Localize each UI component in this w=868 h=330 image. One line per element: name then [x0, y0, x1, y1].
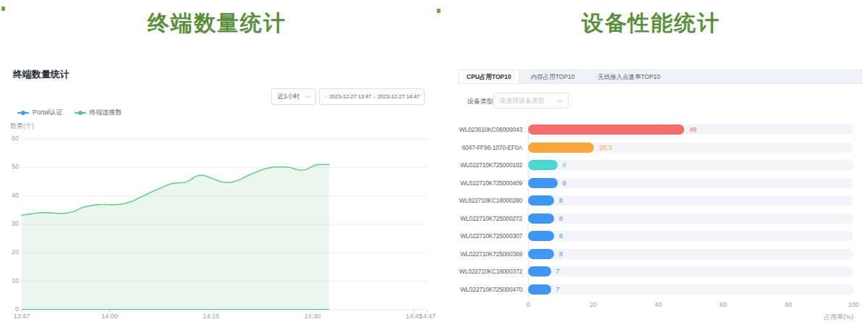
bar-row: WL022710K7250003698 [434, 249, 868, 259]
device-id-label: WL022710K725000272 [434, 213, 522, 224]
bar-fill [528, 213, 554, 224]
device-id-label: 6047-FF96-1070-EF0A [434, 143, 522, 153]
tab-item-1[interactable]: 内存占用TOP10 [519, 70, 587, 83]
legend-item[interactable]: Portal认证 [17, 108, 63, 117]
terminal-section-heading: 终端数量统计 [0, 9, 434, 38]
time-range-value: 近1小时 [277, 92, 300, 101]
x-tick-label: 14:15 [195, 313, 227, 320]
decorative-green-mark [437, 9, 441, 13]
bar-row: WL022710K7250001029 [434, 160, 868, 170]
device-id-label: WL023610KC06000043 [434, 124, 522, 135]
terminal-count-line-chart: 010203040506013:4714:0014:1514:3014:4514… [0, 123, 434, 329]
bar-row: WL022710K7250004707 [434, 284, 868, 295]
bar-row: 6047-FF96-1070-EF0A20.3 [434, 143, 868, 153]
bar-track [528, 178, 854, 188]
device-id-label: WL022710K725000409 [434, 178, 522, 188]
bar-fill [528, 160, 558, 170]
dashboard-canvas: 终端数量统计 设备性能统计 终端数量统计 近1小时 2023-12-27 13:… [0, 0, 868, 330]
bar-row: WL023610KC0600004348 [434, 124, 868, 135]
date-range-start: 2023-12-27 13:47 [329, 93, 371, 100]
device-type-label: 设备类型 [467, 97, 493, 106]
bar-row: WL022710KC180002808 [434, 195, 868, 206]
device-id-label: WL022710K725000470 [434, 284, 522, 295]
date-range-picker[interactable]: 2023-12-27 13:47 - 2023-12-27 14:47 [319, 88, 425, 105]
tab-item-0[interactable]: CPU占用TOP10 [459, 70, 519, 83]
bar-track [528, 249, 854, 259]
legend-label: 终端连接数 [90, 108, 122, 117]
legend-dot-icon [21, 111, 25, 115]
bar-value-label: 9 [563, 160, 566, 170]
legend-dot-icon [78, 111, 82, 115]
device-type-select[interactable]: 请选择设备类型 [493, 93, 569, 109]
device-id-label: WL022710K725000369 [434, 249, 522, 259]
decorative-green-mark [1, 7, 5, 11]
x-tick-label: 60 [712, 301, 734, 308]
line-chart-svg [0, 123, 434, 329]
bar-track [528, 266, 854, 276]
bar-value-label: 7 [556, 266, 560, 276]
bar-row: WL022710K7250003078 [434, 231, 868, 241]
y-tick-label: 0 [0, 305, 19, 313]
chart-legend: Portal认证终端连接数 [17, 108, 122, 117]
y-tick-label: 30 [0, 220, 19, 227]
bar-fill [528, 143, 594, 153]
x-tick-label: 40 [647, 301, 669, 308]
device-type-placeholder: 请选择设备类型 [499, 96, 545, 106]
bar-track [528, 231, 854, 241]
bar-track [528, 160, 854, 170]
chevron-down-icon [557, 99, 563, 103]
bar-fill [528, 266, 551, 276]
bar-value-label: 9 [563, 178, 566, 188]
bar-row: WL022710K7250002728 [434, 213, 868, 224]
bar-fill [528, 249, 554, 259]
bar-row: WL022710K7250004099 [434, 178, 868, 188]
x-tick-label: 20 [582, 301, 604, 308]
bar-fill [528, 124, 684, 135]
tab-item-2[interactable]: 无线接入点速率TOP10 [587, 70, 672, 83]
bar-value-label: 8 [559, 231, 563, 241]
bar-track [528, 195, 854, 206]
bar-value-label: 8 [559, 195, 563, 206]
terminal-count-area-fill [22, 164, 329, 310]
y-tick-label: 20 [0, 248, 19, 255]
date-range-end: 2023-12-27 14:47 [378, 93, 420, 100]
terminal-card-title: 终端数量统计 [13, 68, 69, 81]
device-id-label: WL022710KC18000372 [434, 266, 522, 276]
y-tick-label: 50 [0, 163, 19, 170]
x-tick-label: 0 [517, 301, 539, 308]
time-range-select[interactable]: 近1小时 [271, 88, 316, 105]
bar-track [528, 284, 854, 295]
y-tick-label: 40 [0, 192, 19, 199]
bar-fill [528, 231, 554, 241]
y-tick-label: 10 [0, 277, 19, 284]
device-id-label: WL022710K725000307 [434, 231, 522, 241]
bar-track [528, 213, 854, 224]
bar-fill [528, 178, 558, 188]
legend-line-dot-icon [75, 112, 86, 114]
bar-row: WL022710KC180003727 [434, 266, 868, 276]
cpu-usage-bar-chart: 占用率(%) WL023610KC06000043486047-FF96-107… [434, 116, 868, 330]
x-tick-label: 14:00 [94, 313, 126, 320]
bar-value-label: 7 [556, 284, 560, 295]
x-axis-name: 占用率(%) [781, 313, 854, 322]
bar-fill [528, 284, 551, 295]
bar-value-label: 8 [559, 213, 563, 224]
date-range-separator: - [373, 93, 375, 100]
bar-value-label: 20.3 [599, 143, 612, 153]
bar-value-label: 48 [689, 124, 697, 135]
x-tick-label: 80 [778, 301, 799, 308]
legend-item[interactable]: 终端连接数 [75, 108, 122, 117]
device-performance-section-heading: 设备性能统计 [434, 9, 868, 38]
x-tick-label: 14:30 [297, 313, 328, 320]
device-id-label: WL022710KC18000280 [434, 195, 522, 206]
x-tick-label: 13:47 [6, 313, 38, 320]
bar-value-label: 8 [559, 249, 563, 259]
device-id-label: WL022710K725000102 [434, 160, 522, 170]
y-tick-label: 60 [0, 135, 19, 142]
legend-label: Portal认证 [33, 108, 63, 117]
legend-line-dot-icon [17, 112, 29, 114]
chevron-down-icon [305, 95, 310, 98]
performance-tab-bar: CPU占用TOP10内存占用TOP10无线接入点速率TOP10 [459, 69, 862, 84]
clock-icon [324, 93, 327, 101]
x-tick-label: 100 [843, 301, 864, 308]
